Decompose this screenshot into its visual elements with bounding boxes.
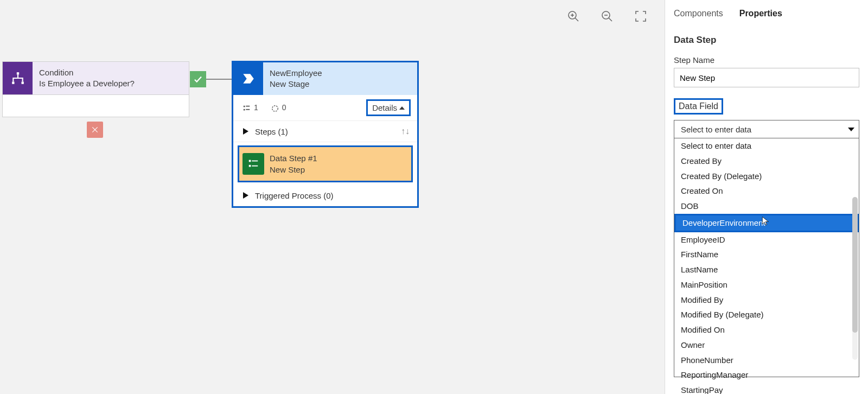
dropdown-option[interactable]: Modified On <box>674 322 859 338</box>
dropdown-option[interactable]: LastName <box>674 262 859 277</box>
dropdown-option[interactable]: MainPosition <box>674 277 859 293</box>
data-field-select[interactable]: Select to enter data <box>674 120 859 138</box>
svg-line-1 <box>575 18 578 21</box>
tab-properties[interactable]: Properties <box>739 5 782 22</box>
dropdown-option[interactable]: PhoneNumber <box>674 353 859 368</box>
step-title: Data Step #1 <box>270 152 317 164</box>
condition-text: Condition Is Employee a Developer? <box>33 64 141 93</box>
stage-info-row: 1 0 Details <box>233 95 417 121</box>
zoom-in-icon[interactable] <box>566 9 581 24</box>
triggered-header-label: Triggered Process (0) <box>255 191 334 200</box>
dropdown-option[interactable]: DeveloperEnvironment <box>674 214 859 232</box>
chevron-up-icon <box>399 106 405 110</box>
stage-name: New Stage <box>270 79 322 90</box>
condition-type-label: Condition <box>39 67 135 78</box>
dropdown-option[interactable]: FirstName <box>674 247 859 262</box>
stage-header: NewEmployee New Stage <box>233 62 417 95</box>
panel-tabs: Components Properties <box>674 5 859 22</box>
svg-rect-9 <box>21 82 23 84</box>
dropdown-option[interactable]: DOB <box>674 199 859 214</box>
canvas-toolbar <box>566 9 648 24</box>
step-name-label: Step Name <box>674 55 859 65</box>
triangle-icon <box>243 128 248 135</box>
flow-count: 0 <box>271 103 286 112</box>
steps-count: 1 <box>243 103 258 112</box>
svg-line-5 <box>609 18 612 21</box>
dropdown-option[interactable]: ReportingManager <box>674 367 859 383</box>
dropdown-option[interactable]: Owner <box>674 338 859 353</box>
step-subtitle: New Step <box>270 164 317 175</box>
dropdown-option[interactable]: Select to enter data <box>674 138 859 154</box>
condition-body <box>3 95 189 117</box>
data-step-item[interactable]: Data Step #1 New Step <box>238 145 413 182</box>
svg-rect-20 <box>252 166 258 167</box>
dropdown-option[interactable]: EmployeeID <box>674 232 859 247</box>
dropdown-option[interactable]: Created By <box>674 154 859 169</box>
zoom-out-icon[interactable] <box>599 9 615 24</box>
dropdown-option[interactable]: Created By (Delegate) <box>674 169 859 184</box>
step-name-input[interactable] <box>674 68 859 87</box>
step-labels: Data Step #1 New Step <box>270 152 317 175</box>
condition-false-badge[interactable] <box>87 122 103 138</box>
connector-line <box>206 79 232 80</box>
condition-true-badge[interactable] <box>190 71 206 87</box>
properties-panel: Components Properties Data Step Step Nam… <box>665 0 868 394</box>
chevron-down-icon <box>848 128 854 131</box>
data-field-dropdown[interactable]: Select to enter dataCreated ByCreated By… <box>674 138 859 377</box>
data-field-label: Data Field <box>674 98 723 115</box>
svg-rect-19 <box>249 165 251 167</box>
stage-card[interactable]: NewEmployee New Stage 1 0 Details Steps … <box>232 61 419 208</box>
branch-icon <box>3 62 33 94</box>
dropdown-option[interactable]: Modified By <box>674 293 859 308</box>
triggered-section-header[interactable]: Triggered Process (0) <box>233 186 417 206</box>
svg-rect-8 <box>12 82 14 84</box>
triangle-icon <box>243 192 248 199</box>
condition-title: Is Employee a Developer? <box>39 78 135 89</box>
stage-entity: NewEmployee <box>270 68 322 79</box>
details-toggle[interactable]: Details <box>366 99 411 116</box>
dropdown-option[interactable]: Modified By (Delegate) <box>674 307 859 322</box>
svg-rect-13 <box>246 105 250 106</box>
steps-section-header[interactable]: Steps (1) ↑↓ <box>233 121 417 142</box>
dropdown-option[interactable]: Created On <box>674 183 859 199</box>
list-icon <box>243 105 251 112</box>
reorder-arrows-icon[interactable]: ↑↓ <box>401 126 410 136</box>
cycle-icon <box>271 105 279 112</box>
dropdown-scrollbar[interactable] <box>852 197 858 360</box>
svg-rect-12 <box>244 105 245 107</box>
panel-section-title: Data Step <box>674 35 859 46</box>
svg-rect-17 <box>249 160 251 162</box>
stage-chevron-icon <box>233 62 263 95</box>
svg-point-16 <box>272 105 278 111</box>
tab-components[interactable]: Components <box>674 5 723 22</box>
scrollbar-thumb[interactable] <box>852 197 858 333</box>
condition-node[interactable]: Condition Is Employee a Developer? <box>2 61 189 117</box>
stage-title-text: NewEmployee New Stage <box>263 65 329 93</box>
svg-rect-15 <box>246 109 250 110</box>
details-label: Details <box>372 103 397 112</box>
condition-header: Condition Is Employee a Developer? <box>3 62 189 95</box>
svg-rect-7 <box>16 72 18 74</box>
steps-header-label: Steps (1) <box>255 127 288 136</box>
stage-counters: 1 0 <box>243 103 286 112</box>
svg-rect-14 <box>244 109 245 111</box>
fullscreen-icon[interactable] <box>633 9 648 24</box>
dropdown-option[interactable]: StartingPay <box>674 383 859 394</box>
svg-rect-18 <box>252 161 258 162</box>
form-icon <box>242 153 264 175</box>
select-value: Select to enter data <box>681 125 751 134</box>
